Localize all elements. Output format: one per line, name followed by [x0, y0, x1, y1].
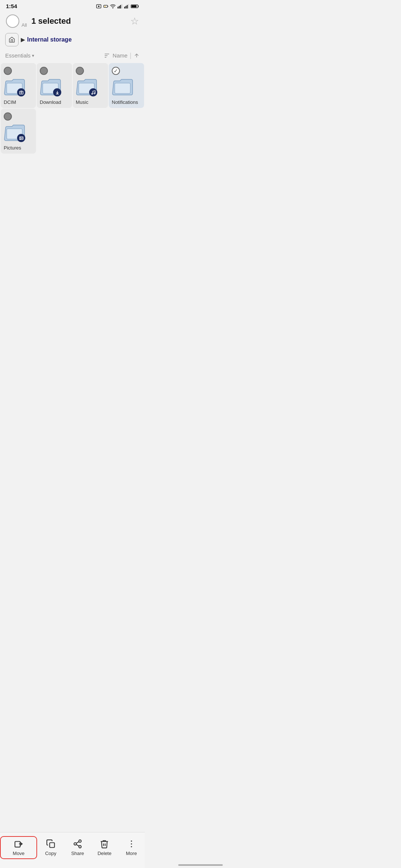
folder-icon-dcim [4, 77, 25, 96]
music-badge [89, 88, 97, 96]
filter-dropdown[interactable]: Essentials ▾ [5, 52, 34, 59]
toolbar: Essentials ▾ Name | [0, 50, 145, 62]
folder-item-dcim[interactable]: DCIM [1, 63, 36, 108]
sort-icon[interactable] [104, 52, 110, 59]
svg-point-29 [20, 137, 21, 138]
folder-select-dcim[interactable] [4, 67, 12, 75]
svg-rect-5 [118, 7, 118, 9]
svg-text:⚡: ⚡ [104, 5, 106, 8]
header-left: All 1 selected [6, 14, 71, 28]
svg-rect-12 [128, 4, 129, 9]
svg-rect-10 [125, 6, 126, 8]
breadcrumb: ▶ Internal storage [0, 31, 145, 50]
sort-controls: Name | [104, 52, 140, 59]
home-button[interactable] [5, 33, 19, 46]
svg-point-20 [20, 92, 22, 93]
battery-icon [131, 4, 139, 9]
battery-saver-icon: ⚡ [103, 4, 108, 9]
svg-rect-26 [115, 83, 130, 93]
svg-rect-6 [119, 6, 120, 8]
folder-name-music: Music [76, 99, 88, 105]
breadcrumb-arrow-icon: ▶ [21, 37, 25, 43]
download-badge [53, 88, 61, 96]
select-all-label: All [22, 22, 27, 28]
signal2-icon [124, 4, 129, 9]
svg-rect-8 [121, 4, 122, 9]
folder-select-download[interactable] [40, 67, 48, 75]
svg-rect-19 [19, 91, 23, 94]
svg-point-25 [94, 93, 95, 94]
sort-up-icon[interactable] [134, 53, 140, 59]
dcim-badge [17, 88, 25, 96]
svg-rect-7 [120, 5, 121, 8]
folder-name-download: Download [40, 99, 61, 105]
folder-icon-notifications [112, 77, 133, 96]
folder-name-pictures: Pictures [4, 145, 21, 151]
wifi-icon [110, 3, 116, 9]
photo-icon [96, 3, 102, 9]
folder-select-music[interactable] [76, 67, 84, 75]
filter-dropdown-arrow-icon: ▾ [32, 53, 34, 58]
content-spacer [0, 154, 145, 191]
folder-select-pictures[interactable] [4, 112, 12, 121]
filter-label: Essentials [5, 52, 30, 59]
breadcrumb-path[interactable]: Internal storage [27, 36, 72, 43]
folder-item-download[interactable]: Download [37, 63, 72, 108]
folder-icon-music [76, 77, 97, 96]
folder-icon-download [40, 77, 61, 96]
svg-rect-9 [124, 7, 125, 9]
folder-item-music[interactable]: Music [73, 63, 108, 108]
sort-label: Name [113, 52, 127, 59]
svg-point-1 [98, 6, 100, 7]
select-all-button[interactable] [6, 14, 19, 28]
folder-name-notifications: Notifications [112, 99, 138, 105]
status-time: 1:54 [6, 3, 17, 9]
header: All 1 selected ☆ [0, 11, 145, 31]
status-bar: 1:54 ⚡ [0, 0, 145, 11]
signal1-icon [117, 4, 123, 9]
folder-name-dcim: DCIM [4, 99, 16, 105]
svg-rect-11 [127, 5, 128, 8]
pictures-badge [17, 134, 25, 142]
svg-point-24 [91, 93, 92, 94]
folder-item-pictures[interactable]: Pictures [1, 109, 36, 154]
star-button[interactable]: ☆ [130, 16, 139, 27]
folder-select-notifications[interactable]: ✓ [112, 67, 120, 75]
folder-icon-pictures [4, 123, 25, 142]
divider: | [130, 52, 131, 59]
folder-grid: DCIM Download [0, 62, 145, 154]
status-icons: ⚡ [96, 3, 139, 9]
folder-item-notifications[interactable]: ✓ Notifications [109, 63, 144, 108]
selected-count: 1 selected [31, 16, 71, 26]
svg-rect-14 [131, 5, 137, 7]
